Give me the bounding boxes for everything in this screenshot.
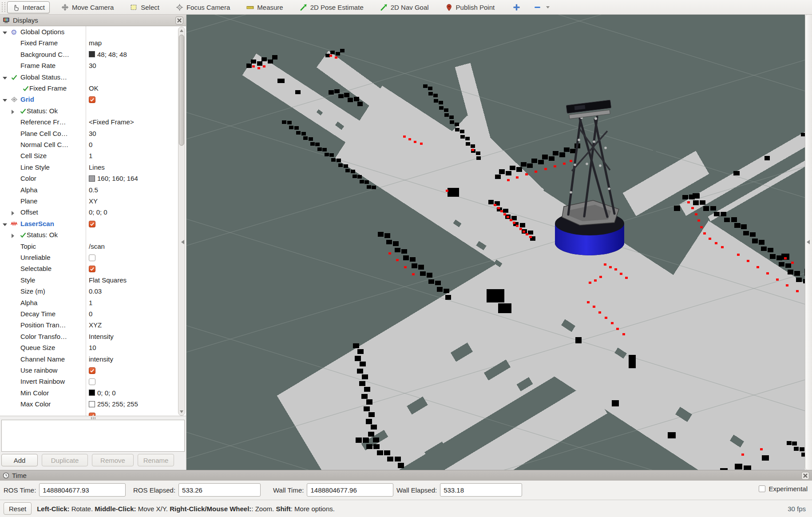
display-property-row[interactable]: Unreliable [0, 253, 177, 264]
display-property-row[interactable]: StyleFlat Squares [0, 275, 177, 286]
expander-closed-icon[interactable] [12, 211, 14, 215]
property-value[interactable]: intensity [89, 355, 113, 363]
tool-button-focus-camera[interactable]: Focus Camera [171, 1, 235, 13]
display-property-row[interactable]: Size (m)0.03 [0, 286, 177, 298]
display-property-row[interactable]: Topic/scan [0, 242, 177, 253]
expander-open-icon[interactable] [3, 223, 7, 226]
panel-splitter[interactable] [0, 416, 186, 420]
close-icon[interactable] [801, 472, 809, 480]
expander-open-icon[interactable] [3, 32, 7, 34]
scroll-down-icon[interactable] [180, 410, 183, 413]
display-property-row[interactable]: Line StyleLines [0, 163, 177, 174]
property-value[interactable]: XYZ [89, 321, 102, 329]
experimental-toggle[interactable]: Experimental [759, 485, 808, 493]
property-value[interactable]: /scan [89, 243, 105, 250]
property-value[interactable] [89, 366, 95, 374]
property-value[interactable]: 30 [89, 62, 96, 69]
display-property-row[interactable]: Channel Nameintensity [0, 354, 177, 366]
expander-closed-icon[interactable] [12, 234, 14, 238]
display-property-row[interactable]: Position Tran…XYZ [0, 320, 177, 331]
display-property-row[interactable]: Color160; 160; 164 [0, 174, 177, 185]
display-property-row[interactable]: Use rainbow [0, 366, 177, 377]
property-value[interactable]: 0; 0; 0 [89, 389, 116, 397]
property-value[interactable]: 30 [89, 130, 96, 137]
display-property-row[interactable]: Frame Rate30 [0, 61, 177, 72]
right-panel-collapse-icon[interactable] [807, 240, 810, 244]
property-value[interactable] [89, 265, 95, 272]
display-property-row[interactable]: Alpha1 [0, 298, 177, 309]
display-property-row[interactable]: LaserScan [0, 219, 177, 230]
experimental-checkbox[interactable] [759, 485, 765, 492]
property-value[interactable]: 1 [89, 299, 92, 306]
scrollbar-thumb[interactable] [179, 35, 184, 146]
property-value[interactable]: 0.03 [89, 287, 102, 295]
property-value[interactable]: 0; 0; 0 [89, 208, 107, 216]
display-property-row[interactable]: Alpha0.5 [0, 185, 177, 196]
display-property-row[interactable]: Min Color0; 0; 0 [0, 388, 177, 399]
display-property-row[interactable]: Color Transfo…Intensity [0, 332, 177, 343]
display-property-row[interactable]: Status: Ok [0, 106, 177, 117]
property-value[interactable]: 0 [89, 310, 92, 318]
add-tool-button[interactable] [511, 1, 523, 13]
left-panel-collapse-icon[interactable] [181, 240, 184, 244]
displays-panel-header[interactable]: Displays [0, 15, 186, 26]
property-value[interactable]: Intensity [89, 333, 114, 340]
reset-button[interactable]: Reset [4, 502, 32, 515]
tool-button-2d-nav-goal[interactable]: 2D Nav Goal [375, 1, 434, 13]
property-value[interactable]: 255; 255; 255 [89, 400, 138, 408]
tool-button-move-camera[interactable]: Move Camera [56, 1, 119, 13]
remove-tool-button[interactable] [531, 1, 552, 13]
display-property-row[interactable]: Offset0; 0; 0 [0, 207, 177, 219]
tree-scrollbar[interactable] [178, 27, 185, 416]
display-property-row[interactable]: Reference Fr…<Fixed Frame> [0, 117, 177, 128]
property-value[interactable] [89, 378, 95, 385]
property-value[interactable]: 48; 48; 48 [89, 51, 127, 58]
display-property-row[interactable]: Decay Time0 [0, 309, 177, 320]
tool-button-2d-pose-estimate[interactable]: 2D Pose Estimate [295, 1, 368, 13]
display-property-row[interactable]: Fixed Framemap [0, 38, 177, 49]
tool-button-select[interactable]: Select [125, 1, 164, 13]
checkbox-checked-icon[interactable] [89, 221, 95, 227]
checkbox-checked-icon[interactable] [89, 96, 95, 103]
display-property-row[interactable]: Queue Size10 [0, 343, 177, 354]
property-value[interactable] [89, 412, 95, 416]
displays-property-tree[interactable]: ⚙Global OptionsFixed FramemapBackground … [0, 26, 186, 416]
property-value[interactable]: 0.5 [89, 186, 98, 194]
time-field-input[interactable]: 1488804677.93 [39, 483, 126, 497]
display-property-row[interactable]: Background C…48; 48; 48 [0, 50, 177, 61]
time-field-input[interactable]: 533.26 [178, 483, 261, 497]
display-property-row[interactable]: Max Color255; 255; 255 [0, 399, 177, 410]
display-property-row[interactable]: Normal Cell C…0 [0, 140, 177, 151]
property-value[interactable]: <Fixed Frame> [89, 118, 134, 126]
property-value[interactable]: OK [89, 84, 99, 92]
3d-viewport[interactable] [186, 15, 805, 470]
add-button[interactable]: Add [1, 454, 38, 466]
close-icon[interactable] [175, 16, 183, 24]
display-property-row[interactable]: Grid [0, 95, 177, 106]
display-property-row[interactable]: Status: Ok [0, 230, 177, 241]
property-value[interactable]: 1 [89, 152, 92, 159]
tool-button-publish-point[interactable]: Publish Point [440, 1, 500, 13]
property-value[interactable] [89, 254, 95, 261]
time-panel-header[interactable]: Time [0, 470, 812, 481]
display-property-row[interactable] [0, 411, 177, 416]
time-field-input[interactable]: 533.18 [440, 483, 522, 497]
property-value[interactable]: 10 [89, 344, 96, 351]
display-property-row[interactable]: Selectable [0, 264, 177, 275]
tool-button-interact[interactable]: Interact [7, 1, 50, 13]
display-property-row[interactable]: Cell Size1 [0, 151, 177, 162]
display-property-row[interactable]: PlaneXY [0, 196, 177, 207]
checkbox-checked-icon[interactable] [89, 413, 95, 416]
display-property-row[interactable]: Global Status… [0, 72, 177, 84]
time-field-input[interactable]: 1488804677.96 [307, 483, 393, 497]
scroll-up-icon[interactable] [180, 29, 183, 32]
checkbox-checked-icon[interactable] [89, 266, 95, 272]
display-property-row[interactable]: Plane Cell Co…30 [0, 129, 177, 140]
checkbox-unchecked-icon[interactable] [89, 378, 95, 385]
checkbox-checked-icon[interactable] [89, 367, 95, 374]
property-value[interactable]: Flat Squares [89, 276, 127, 284]
expander-open-icon[interactable] [3, 77, 7, 80]
property-value[interactable] [89, 95, 95, 103]
display-property-row[interactable]: Invert Rainbow [0, 377, 177, 388]
checkbox-unchecked-icon[interactable] [89, 255, 95, 261]
